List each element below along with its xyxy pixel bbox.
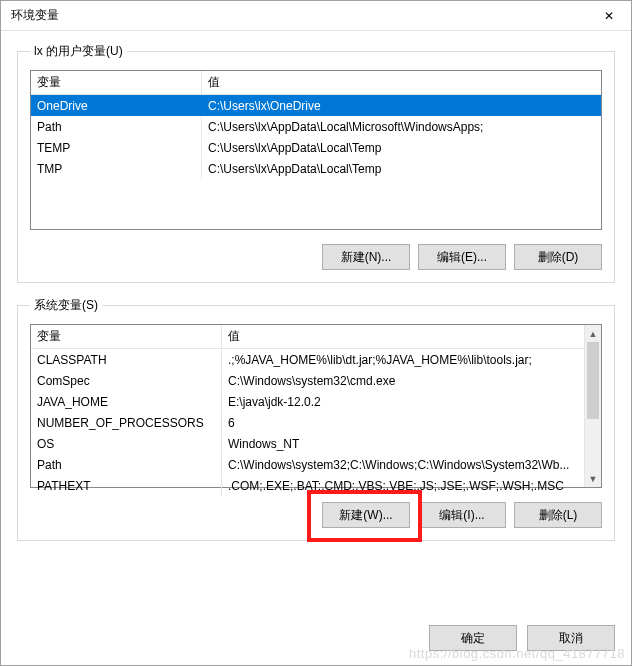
cell-name: Path (31, 455, 221, 475)
titlebar: 环境变量 ✕ (1, 1, 631, 31)
cell-value: C:\Windows\system32\cmd.exe (221, 371, 601, 391)
table-row[interactable]: CLASSPATH.;%JAVA_HOME%\lib\dt.jar;%JAVA_… (31, 349, 601, 370)
scroll-down-icon[interactable]: ▼ (585, 470, 601, 487)
table-row[interactable]: OSWindows_NT (31, 433, 601, 454)
system-vars-group: 系统变量(S) 变量 值 CLASSPATH.;%JAVA_HOME%\lib\… (17, 297, 615, 541)
user-vars-legend: lx 的用户变量(U) (30, 43, 127, 60)
system-buttons: 新建(W)... 编辑(I)... 删除(L) (30, 502, 602, 528)
system-table-header[interactable]: 变量 值 (31, 325, 601, 349)
dialog-body: lx 的用户变量(U) 变量 值 OneDriveC:\Users\lx\One… (1, 31, 631, 621)
user-vars-group: lx 的用户变量(U) 变量 值 OneDriveC:\Users\lx\One… (17, 43, 615, 283)
col-header-value[interactable]: 值 (201, 71, 601, 94)
cell-value: E:\java\jdk-12.0.2 (221, 392, 601, 412)
cell-name: PATHEXT (31, 476, 221, 496)
cell-name: CLASSPATH (31, 350, 221, 370)
cell-value: Windows_NT (221, 434, 601, 454)
user-buttons: 新建(N)... 编辑(E)... 删除(D) (30, 244, 602, 270)
system-vars-legend: 系统变量(S) (30, 297, 102, 314)
table-row[interactable]: TEMPC:\Users\lx\AppData\Local\Temp (31, 137, 601, 158)
cell-value: 6 (221, 413, 601, 433)
table-row[interactable]: ComSpecC:\Windows\system32\cmd.exe (31, 370, 601, 391)
col-header-name[interactable]: 变量 (31, 325, 221, 348)
system-edit-button[interactable]: 编辑(I)... (418, 502, 506, 528)
dialog-footer: 确定 取消 (1, 621, 631, 665)
cell-name: JAVA_HOME (31, 392, 221, 412)
system-vars-table[interactable]: 变量 值 CLASSPATH.;%JAVA_HOME%\lib\dt.jar;%… (30, 324, 602, 488)
table-row[interactable]: NUMBER_OF_PROCESSORS6 (31, 412, 601, 433)
cell-name: ComSpec (31, 371, 221, 391)
table-row[interactable]: PathC:\Windows\system32;C:\Windows;C:\Wi… (31, 454, 601, 475)
table-row[interactable]: OneDriveC:\Users\lx\OneDrive (31, 95, 601, 116)
user-table-header[interactable]: 变量 值 (31, 71, 601, 95)
cell-name: OS (31, 434, 221, 454)
close-icon: ✕ (604, 9, 614, 23)
cell-value: .;%JAVA_HOME%\lib\dt.jar;%JAVA_HOME%\lib… (221, 350, 601, 370)
cell-value: C:\Users\lx\AppData\Local\Microsoft\Wind… (201, 117, 601, 137)
table-row[interactable]: JAVA_HOMEE:\java\jdk-12.0.2 (31, 391, 601, 412)
system-new-button[interactable]: 新建(W)... (322, 502, 410, 528)
cell-name: TMP (31, 159, 201, 179)
system-delete-button[interactable]: 删除(L) (514, 502, 602, 528)
cell-name: TEMP (31, 138, 201, 158)
user-new-button[interactable]: 新建(N)... (322, 244, 410, 270)
table-row[interactable]: PATHEXT.COM;.EXE;.BAT;.CMD;.VBS;.VBE;.JS… (31, 475, 601, 496)
cell-value: .COM;.EXE;.BAT;.CMD;.VBS;.VBE;.JS;.JSE;.… (221, 476, 601, 496)
ok-button[interactable]: 确定 (429, 625, 517, 651)
table-row[interactable]: TMPC:\Users\lx\AppData\Local\Temp (31, 158, 601, 179)
system-rows: CLASSPATH.;%JAVA_HOME%\lib\dt.jar;%JAVA_… (31, 349, 601, 496)
scroll-thumb[interactable] (587, 342, 599, 419)
user-rows: OneDriveC:\Users\lx\OneDrivePathC:\Users… (31, 95, 601, 179)
col-header-value[interactable]: 值 (221, 325, 601, 348)
user-edit-button[interactable]: 编辑(E)... (418, 244, 506, 270)
col-header-name[interactable]: 变量 (31, 71, 201, 94)
cell-value: C:\Users\lx\OneDrive (201, 96, 601, 116)
env-vars-dialog: 环境变量 ✕ lx 的用户变量(U) 变量 值 OneDriveC:\Users… (0, 0, 632, 666)
cell-name: NUMBER_OF_PROCESSORS (31, 413, 221, 433)
system-scrollbar[interactable]: ▲ ▼ (584, 325, 601, 487)
scroll-track[interactable] (585, 342, 601, 470)
scroll-up-icon[interactable]: ▲ (585, 325, 601, 342)
cell-value: C:\Windows\system32;C:\Windows;C:\Window… (221, 455, 601, 475)
close-button[interactable]: ✕ (586, 1, 631, 31)
user-vars-table[interactable]: 变量 值 OneDriveC:\Users\lx\OneDrivePathC:\… (30, 70, 602, 230)
user-delete-button[interactable]: 删除(D) (514, 244, 602, 270)
cell-value: C:\Users\lx\AppData\Local\Temp (201, 138, 601, 158)
cell-name: Path (31, 117, 201, 137)
cell-name: OneDrive (31, 96, 201, 116)
cell-value: C:\Users\lx\AppData\Local\Temp (201, 159, 601, 179)
window-title: 环境变量 (11, 7, 586, 24)
table-row[interactable]: PathC:\Users\lx\AppData\Local\Microsoft\… (31, 116, 601, 137)
cancel-button[interactable]: 取消 (527, 625, 615, 651)
